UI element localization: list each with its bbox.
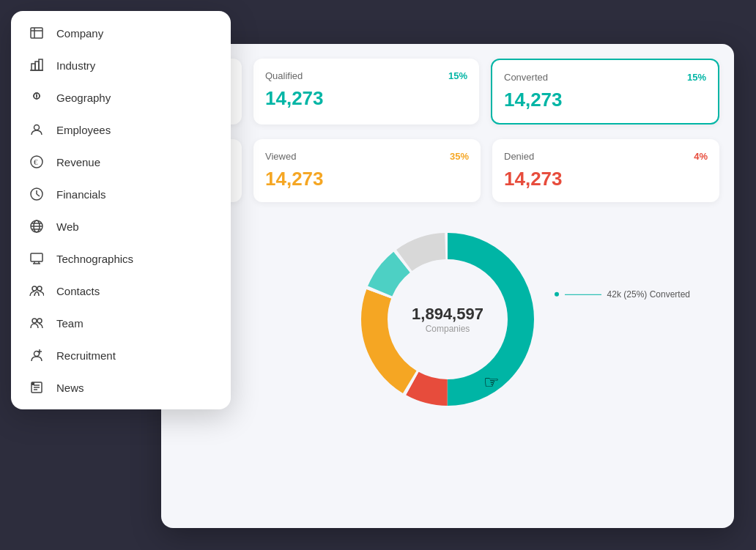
stat-card-converted: Converted 15% 14,273 xyxy=(491,59,719,125)
stat-header-qualified: Qualified 15% xyxy=(265,70,467,81)
svg-rect-43 xyxy=(32,382,34,385)
sidebar-item-label-financials: Financials xyxy=(56,188,106,201)
sidebar-menu: CompanyIndustryGeographyEmployees€Revenu… xyxy=(11,11,231,409)
sidebar-item-label-team: Team xyxy=(56,317,84,330)
stat-header-converted: Converted 15% xyxy=(504,72,706,83)
stat-pct-qualified: 15% xyxy=(448,70,467,81)
sidebar-item-label-employees: Employees xyxy=(56,124,111,136)
stat-label-denied: Denied xyxy=(504,151,534,162)
scene: 16% Qualified 15% 14,273 Converted 15% 1… xyxy=(0,0,756,550)
sidebar-item-contacts[interactable]: Contacts xyxy=(11,275,231,307)
stat-card-denied: Denied 4% 14,273 xyxy=(492,139,719,202)
sidebar-item-web[interactable]: Web xyxy=(11,210,231,242)
donut-center-label: Companies xyxy=(412,324,483,334)
web-icon xyxy=(29,218,45,234)
stat-label-viewed: Viewed xyxy=(265,151,296,162)
donut-center-value: 1,894,597 xyxy=(412,305,483,324)
sidebar-item-label-industry: Industry xyxy=(56,59,95,72)
sidebar-item-label-news: News xyxy=(56,382,84,394)
stat-pct-viewed: 35% xyxy=(450,151,469,162)
svg-point-34 xyxy=(32,319,37,323)
geography-icon xyxy=(29,89,45,105)
stats-row-bottom: 25% Viewed 35% 14,273 Denied 4% 14,273 xyxy=(176,139,719,202)
stat-value-qualified: 14,273 xyxy=(265,87,467,110)
recruitment-icon xyxy=(29,347,45,363)
sidebar-item-financials[interactable]: Financials xyxy=(11,178,231,210)
svg-rect-28 xyxy=(31,253,42,261)
stat-value-converted: 14,273 xyxy=(504,89,706,111)
sidebar-item-employees[interactable]: Employees xyxy=(11,114,231,146)
financials-icon xyxy=(29,186,45,202)
technographics-icon xyxy=(29,250,45,267)
stat-label-converted: Converted xyxy=(504,72,548,83)
svg-point-35 xyxy=(37,319,42,323)
sidebar-item-industry[interactable]: Industry xyxy=(11,49,231,81)
annotation-text: 42k (25%) Converted xyxy=(607,289,690,300)
sidebar-item-technographics[interactable]: Technographics xyxy=(11,242,231,275)
stat-value-denied: 14,273 xyxy=(504,168,708,190)
employees-icon xyxy=(29,122,45,138)
sidebar-item-team[interactable]: Team xyxy=(11,307,231,339)
revenue-icon: € xyxy=(29,154,45,170)
sidebar-item-label-recruitment: Recruitment xyxy=(56,349,116,362)
svg-point-32 xyxy=(32,286,37,291)
annotation-dot xyxy=(555,292,559,297)
news-icon xyxy=(29,379,45,395)
industry-icon xyxy=(29,57,45,73)
svg-rect-8 xyxy=(31,28,42,38)
sidebar-item-company[interactable]: Company xyxy=(11,17,231,49)
chart-area: 1,894,597 Companies 42k (25%) Converted xyxy=(176,217,719,422)
stat-label-qualified: Qualified xyxy=(265,70,303,81)
sidebar-item-geography[interactable]: Geography xyxy=(11,81,231,114)
team-icon xyxy=(29,315,45,331)
annotation-line xyxy=(565,294,601,294)
svg-text:€: € xyxy=(34,157,38,166)
stat-pct-denied: 4% xyxy=(694,151,708,162)
sidebar-item-label-geography: Geography xyxy=(56,92,111,104)
sidebar-item-label-technographics: Technographics xyxy=(56,253,133,265)
donut-chart: 1,894,597 Companies xyxy=(345,217,550,422)
stat-header-viewed: Viewed 35% xyxy=(265,151,469,162)
sidebar-item-label-contacts: Contacts xyxy=(56,285,100,297)
sidebar-item-news[interactable]: News xyxy=(11,371,231,404)
donut-center: 1,894,597 Companies xyxy=(412,305,483,334)
sidebar-item-label-web: Web xyxy=(56,220,79,233)
stat-pct-converted: 15% xyxy=(687,72,706,83)
stats-row-top: 16% Qualified 15% 14,273 Converted 15% 1… xyxy=(176,59,719,125)
sidebar-item-label-company: Company xyxy=(56,27,103,40)
svg-rect-13 xyxy=(39,59,42,70)
sidebar-item-label-revenue: Revenue xyxy=(56,156,100,168)
stat-card-qualified: Qualified 15% 14,273 xyxy=(253,59,479,125)
sidebar-item-revenue[interactable]: €Revenue xyxy=(11,146,231,178)
stat-card-viewed: Viewed 35% 14,273 xyxy=(253,139,481,202)
sidebar-item-recruitment[interactable]: Recruitment xyxy=(11,339,231,371)
svg-point-17 xyxy=(34,125,40,130)
contacts-icon xyxy=(29,283,45,299)
stat-header-denied: Denied 4% xyxy=(504,151,708,162)
stat-value-viewed: 14,273 xyxy=(265,168,469,190)
svg-line-22 xyxy=(37,194,40,196)
company-icon xyxy=(29,25,45,41)
dashboard-card: 16% Qualified 15% 14,273 Converted 15% 1… xyxy=(161,44,734,528)
chart-annotation: 42k (25%) Converted xyxy=(555,289,690,300)
svg-point-33 xyxy=(37,286,42,291)
